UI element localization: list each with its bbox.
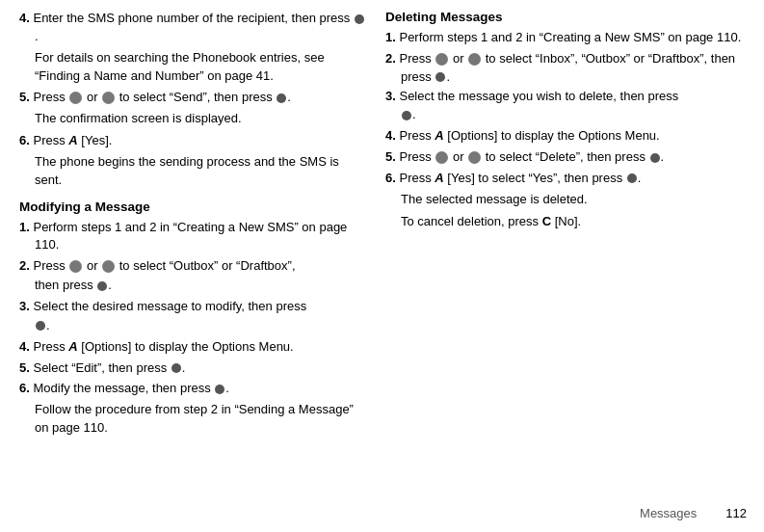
item-5-num: 5. xyxy=(19,90,30,104)
del-item-1-num: 1. xyxy=(385,30,396,44)
del-item-3-num: 3. xyxy=(385,89,396,103)
del-item-1-text: Perform steps 1 and 2 in “Creating a New… xyxy=(399,30,741,44)
del-item-4-text: Press A [Options] to display the Options… xyxy=(399,128,659,143)
item-4-sub: For details on searching the Phonebook e… xyxy=(19,49,366,86)
del-nav-up-icon xyxy=(435,53,448,66)
item-6-text: Press A [Yes]. xyxy=(33,133,112,147)
ok-button-icon-5 xyxy=(277,93,286,103)
footer: Messages 112 xyxy=(640,506,747,520)
item-6: 6. Press A [Yes]. xyxy=(19,132,366,150)
key-a-icon: A xyxy=(68,133,77,147)
mod-item-2-cont: then press . xyxy=(19,277,366,295)
item-5: 5. Press or to select “Send”, then press… xyxy=(19,89,366,107)
ok-btn-del2 xyxy=(435,72,445,82)
del-nav-down2-icon xyxy=(468,151,481,164)
page-container: 4. Enter the SMS phone number of the rec… xyxy=(0,0,764,532)
mod-item-3-text: Select the desired message to modify, th… xyxy=(33,299,306,313)
mod-item-2-num: 2. xyxy=(19,258,30,273)
mod-item-4: 4. Press A [Options] to display the Opti… xyxy=(19,338,366,357)
del-item-3-text: Select the message you wish to delete, t… xyxy=(399,89,678,103)
ok-btn-del5 xyxy=(650,153,660,163)
item-4-text: Enter the SMS phone number of the recipi… xyxy=(33,11,364,43)
mod-item-6: 6. Modify the message, then press . xyxy=(19,380,366,398)
item-6-sub: The phone begins the sending process and… xyxy=(19,153,366,190)
mod-item-5-num: 5. xyxy=(19,360,30,375)
deleting-title-text: Deleting Messages xyxy=(385,10,503,24)
mod-item-5-text: Select “Edit”, then press . xyxy=(33,360,185,375)
footer-pagenum: 112 xyxy=(725,506,747,520)
del-item-6-sub1: The selected message is deleted. xyxy=(385,191,742,209)
ok-btn-del3 xyxy=(402,111,411,120)
item-5-sub: The confirmation screen is displayed. xyxy=(19,110,366,128)
nav-up-icon xyxy=(69,92,82,104)
ok-btn-mod6 xyxy=(215,385,224,394)
mod-item-4-text: Press A [Options] to display the Options… xyxy=(33,339,293,354)
mod-item-3: 3. Select the desired message to modify,… xyxy=(19,298,366,316)
key-a-del6: A xyxy=(435,171,443,185)
mod-item-1-text: Perform steps 1 and 2 in “Creating a New… xyxy=(33,220,347,253)
ok-btn-mod3 xyxy=(36,321,45,331)
mod-item-6-text: Modify the message, then press . xyxy=(33,381,229,395)
footer-label: Messages xyxy=(640,506,697,520)
modifying-title-text: Modifying a Message xyxy=(19,200,150,214)
mod-item-6-sub: Follow the procedure from step 2 in “Sen… xyxy=(19,401,366,438)
ok-button-icon xyxy=(355,14,364,24)
mod-item-3-cont: . xyxy=(19,317,366,335)
del-item-6-num: 6. xyxy=(385,171,396,185)
mod-item-2-text: Press or to select “Outbox” or “Draftbox… xyxy=(33,258,295,273)
del-item-4-num: 4. xyxy=(385,128,396,143)
mod-item-3-num: 3. xyxy=(19,299,30,313)
right-column: Deleting Messages 1. Perform steps 1 and… xyxy=(376,10,751,532)
mod-item-1-num: 1. xyxy=(19,220,30,234)
item-4-num: 4. xyxy=(19,11,30,25)
key-a-del4: A xyxy=(435,128,443,143)
mod-item-1: 1. Perform steps 1 and 2 in “Creating a … xyxy=(19,219,366,255)
del-item-3-cont: . xyxy=(385,106,742,124)
del-item-5: 5. Press or to select “Delete”, then pre… xyxy=(385,148,742,167)
del-nav-up2-icon xyxy=(435,151,448,164)
del-item-5-text: Press or to select “Delete”, then press … xyxy=(399,149,664,164)
del-item-2-text: Press or to select “Inbox”, “Outbox” or … xyxy=(399,51,735,84)
nav-down-icon xyxy=(102,92,115,104)
mod-nav-down-icon xyxy=(102,260,115,273)
deleting-section-title: Deleting Messages xyxy=(385,10,742,24)
del-item-5-num: 5. xyxy=(385,149,396,164)
del-item-2-num: 2. xyxy=(385,51,396,66)
modifying-section-title: Modifying a Message xyxy=(19,200,366,214)
item-5-text: Press or to select “Send”, then press . xyxy=(33,90,290,104)
del-item-1: 1. Perform steps 1 and 2 in “Creating a … xyxy=(385,29,742,47)
del-item-2: 2. Press or to select “Inbox”, “Outbox” … xyxy=(385,50,742,87)
del-nav-down-icon xyxy=(468,53,481,66)
mod-item-4-num: 4. xyxy=(19,339,30,354)
ok-btn-mod5 xyxy=(171,363,181,373)
item-6-num: 6. xyxy=(19,133,30,147)
ok-btn-del6 xyxy=(627,173,637,183)
mod-item-5: 5. Select “Edit”, then press . xyxy=(19,359,366,378)
del-item-6-text: Press A [Yes] to select “Yes”, then pres… xyxy=(399,171,641,185)
item-4-continuing: 4. Enter the SMS phone number of the rec… xyxy=(19,10,366,46)
mod-item-6-num: 6. xyxy=(19,381,30,395)
mod-nav-up-icon xyxy=(69,260,82,273)
del-item-3: 3. Select the message you wish to delete… xyxy=(385,88,742,106)
key-c-icon: C xyxy=(542,214,551,228)
left-column: 4. Enter the SMS phone number of the rec… xyxy=(0,10,376,532)
key-a-mod4: A xyxy=(68,339,77,354)
del-item-6: 6. Press A [Yes] to select “Yes”, then p… xyxy=(385,170,742,188)
mod-item-2: 2. Press or to select “Outbox” or “Draft… xyxy=(19,257,366,276)
del-item-6-sub2: To cancel deletion, press C [No]. xyxy=(385,213,742,231)
del-item-4: 4. Press A [Options] to display the Opti… xyxy=(385,127,742,146)
ok-btn-mod2 xyxy=(97,281,107,291)
